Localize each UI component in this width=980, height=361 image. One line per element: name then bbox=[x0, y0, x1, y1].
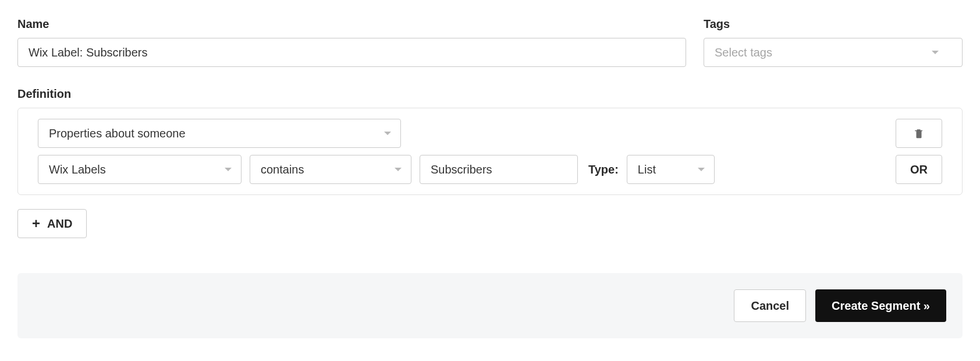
chevron-down-icon bbox=[932, 51, 939, 54]
tags-label: Tags bbox=[704, 17, 963, 31]
and-button[interactable]: + AND bbox=[17, 209, 87, 238]
cancel-button[interactable]: Cancel bbox=[734, 289, 806, 322]
footer-actions: Cancel Create Segment » bbox=[17, 273, 963, 338]
value-input[interactable]: Subscribers bbox=[420, 155, 578, 184]
value-text: Subscribers bbox=[431, 163, 492, 176]
type-value: List bbox=[638, 163, 656, 176]
chevron-down-icon bbox=[395, 168, 402, 171]
chevron-down-icon bbox=[225, 168, 232, 171]
chevron-down-icon bbox=[698, 168, 705, 171]
operator-value: contains bbox=[261, 163, 304, 176]
property-select[interactable]: Wix Labels bbox=[38, 155, 242, 184]
operator-select[interactable]: contains bbox=[250, 155, 411, 184]
type-select[interactable]: List bbox=[627, 155, 715, 184]
or-button[interactable]: OR bbox=[896, 155, 942, 184]
cancel-label: Cancel bbox=[751, 299, 789, 313]
definition-label: Definition bbox=[17, 87, 963, 101]
condition-type-select[interactable]: Properties about someone bbox=[38, 119, 401, 148]
type-label: Type: bbox=[588, 163, 619, 176]
condition-type-value: Properties about someone bbox=[49, 127, 186, 140]
delete-condition-button[interactable] bbox=[896, 119, 942, 148]
plus-icon: + bbox=[32, 217, 40, 231]
definition-group: Properties about someone Wix Labels cont… bbox=[17, 108, 963, 195]
tags-select-placeholder: Select tags bbox=[715, 46, 772, 59]
property-value: Wix Labels bbox=[49, 163, 106, 176]
or-label: OR bbox=[910, 163, 928, 176]
create-segment-label: Create Segment » bbox=[832, 299, 930, 313]
create-segment-button[interactable]: Create Segment » bbox=[815, 289, 946, 322]
chevron-down-icon bbox=[384, 132, 391, 135]
tags-select[interactable]: Select tags bbox=[704, 38, 963, 67]
name-input[interactable] bbox=[17, 38, 686, 67]
name-label: Name bbox=[17, 17, 686, 31]
and-label: AND bbox=[47, 217, 72, 231]
trash-icon bbox=[914, 128, 924, 139]
